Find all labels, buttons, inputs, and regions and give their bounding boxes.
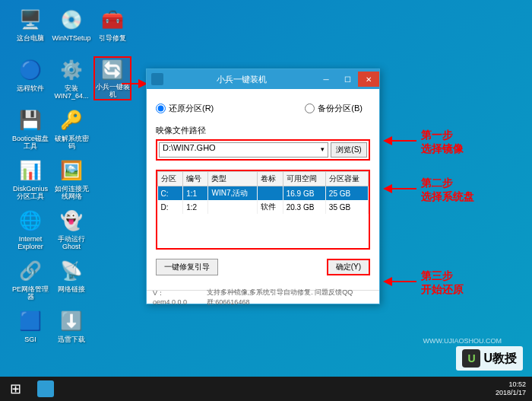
window-body: 还原分区(R) 备份分区(B) 映像文件路径 D:\WIN7.GHO ▾ 浏览(… xyxy=(147,89,379,283)
backup-radio-input[interactable] xyxy=(305,103,315,113)
tray-date: 2018/1/17 xyxy=(496,389,526,397)
ok-button[interactable]: 确定(Y) xyxy=(327,259,370,275)
maximize-button[interactable]: ☐ xyxy=(337,72,358,87)
desktop-icon-Bootice磁盘工具[interactable]: 💾Bootice磁盘工具 xyxy=(11,107,49,151)
desktop-icon-label: 手动运行Ghost xyxy=(52,236,90,251)
table-cell: 20.3 GB xyxy=(283,200,325,214)
desktop-icon-glyph: 🔵 xyxy=(17,56,44,84)
restore-radio[interactable]: 还原分区(R) xyxy=(156,103,214,114)
desktop-icon-SGI[interactable]: 🟦SGI xyxy=(11,307,49,352)
table-cell: 35 GB xyxy=(325,200,368,214)
desktop-icon-label: 安装WIN7_64... xyxy=(52,85,90,100)
table-cell: WIN7,活动 xyxy=(208,186,258,201)
desktop-icon-如何连接无线网络[interactable]: 🖼️如何连接无线网络 xyxy=(52,157,90,201)
window-controls: ─ ☐ ✕ xyxy=(315,72,379,87)
desktop-icon-label: 网络链接 xyxy=(58,286,85,294)
desktop-icon-glyph: 📡 xyxy=(58,257,85,285)
desktop-icon-手动运行Ghost[interactable]: 👻手动运行Ghost xyxy=(52,207,90,251)
action-button-row: 一键修复引导 确定(Y) xyxy=(156,259,370,275)
app-icon xyxy=(151,73,163,85)
desktop-icon-网络链接[interactable]: 📡网络链接 xyxy=(52,257,90,301)
table-cell: D: xyxy=(158,200,183,214)
table-cell: 16.9 GB xyxy=(283,186,325,201)
desktop-icon-label: 如何连接无线网络 xyxy=(52,186,90,201)
table-header[interactable]: 分区 xyxy=(158,172,183,186)
close-button[interactable]: ✕ xyxy=(358,72,379,87)
desktop-icon-label: WinNTSetup xyxy=(52,35,90,43)
desktop-icon-label: 这台电脑 xyxy=(17,35,44,43)
partition-table-wrap: 分区编号类型卷标可用空间分区容量 C:1:1WIN7,活动16.9 GB25 G… xyxy=(156,170,370,250)
browse-button[interactable]: 浏览(S) xyxy=(331,142,367,158)
restore-radio-input[interactable] xyxy=(156,103,166,113)
partition-table[interactable]: 分区编号类型卷标可用空间分区容量 C:1:1WIN7,活动16.9 GB25 G… xyxy=(157,171,369,214)
desktop-icon-迅雷下载[interactable]: ⬇️迅雷下载 xyxy=(52,307,90,352)
desktop-icon-远程软件[interactable]: 🔵远程软件 xyxy=(11,56,49,100)
desktop-icon-DiskGenius分区工具[interactable]: 📊DiskGenius分区工具 xyxy=(11,157,49,201)
table-header[interactable]: 可用空间 xyxy=(283,172,325,186)
desktop-icon-glyph: 🖥️ xyxy=(17,6,44,33)
desktop: 🖥️这台电脑💿WinNTSetup🧰引导修复🔵远程软件⚙️安装WIN7_64..… xyxy=(0,0,532,401)
table-header[interactable]: 类型 xyxy=(208,172,258,186)
desktop-icon-label: Bootice磁盘工具 xyxy=(11,135,49,151)
desktop-icon-glyph: 🟦 xyxy=(17,307,44,335)
desktop-icon-安装WIN7_64...[interactable]: ⚙️安装WIN7_64... xyxy=(52,56,90,100)
system-tray[interactable]: 10:52 2018/1/17 xyxy=(496,380,532,397)
step2-title: 第二步 xyxy=(421,176,474,189)
watermark-logo-icon: U xyxy=(462,349,480,368)
table-header[interactable]: 卷标 xyxy=(258,172,283,186)
desktop-icon-glyph: 👻 xyxy=(58,207,85,234)
status-bar: V：oem4.0.0.0 支持多种镜像,多系统引导自动修复. 问题反馈QQ群:6… xyxy=(147,290,379,304)
table-header[interactable]: 分区容量 xyxy=(325,172,368,186)
step2-desc: 选择系统盘 xyxy=(421,189,474,203)
desktop-icon-label: 远程软件 xyxy=(17,85,44,93)
desktop-icon-Internet Explorer[interactable]: 🌐Internet Explorer xyxy=(11,207,49,251)
table-header[interactable]: 编号 xyxy=(183,172,208,186)
chevron-down-icon: ▾ xyxy=(321,145,325,153)
repair-boot-button[interactable]: 一键修复引导 xyxy=(156,259,218,275)
window-titlebar[interactable]: 小兵一键装机 ─ ☐ ✕ xyxy=(147,69,379,89)
minimize-button[interactable]: ─ xyxy=(315,72,337,87)
table-cell xyxy=(258,186,283,201)
annotation-step2: 第二步 选择系统盘 xyxy=(421,176,474,203)
arrow-step1 xyxy=(380,133,418,148)
taskbar[interactable]: ⊞ 10:52 2018/1/17 xyxy=(0,377,532,401)
backup-radio-label: 备份分区(B) xyxy=(318,103,363,114)
image-path-value: D:\WIN7.GHO xyxy=(163,143,216,152)
installer-window: 小兵一键装机 ─ ☐ ✕ 还原分区(R) 备份分区(B) 映像文件路径 D:\W… xyxy=(146,68,380,304)
arrow-step3 xyxy=(380,274,418,289)
watermark-badge: U U教授 xyxy=(456,346,523,371)
desktop-icon-PE网络管理器[interactable]: 🔗PE网络管理器 xyxy=(11,257,49,301)
step1-desc: 选择镜像 xyxy=(421,142,464,155)
start-button[interactable]: ⊞ xyxy=(0,377,30,401)
watermark-url: WWW.UJIAOSHOU.COM xyxy=(423,337,502,345)
table-row[interactable]: D:1:2软件20.3 GB35 GB xyxy=(158,200,369,214)
desktop-icon-glyph: 📊 xyxy=(17,157,44,184)
annotation-step3: 第三步 开始还原 xyxy=(421,269,464,296)
desktop-icon-glyph: 🖼️ xyxy=(58,157,85,184)
desktop-icon-label: SGI xyxy=(24,336,36,344)
arrow-step2 xyxy=(380,181,418,196)
desktop-icon-label: DiskGenius分区工具 xyxy=(11,186,49,201)
desktop-icon-WinNTSetup[interactable]: 💿WinNTSetup xyxy=(52,6,90,50)
desktop-icon-label: 破解系统密码 xyxy=(52,135,90,151)
desktop-icon-引导修复[interactable]: 🧰引导修复 xyxy=(93,6,131,50)
desktop-icon-破解系统密码[interactable]: 🔑破解系统密码 xyxy=(52,107,90,151)
step3-title: 第三步 xyxy=(421,269,464,282)
desktop-icon-glyph: 💿 xyxy=(58,6,85,33)
taskbar-app-installer[interactable] xyxy=(30,377,61,401)
image-path-row: D:\WIN7.GHO ▾ 浏览(S) xyxy=(156,139,370,161)
desktop-icon-glyph: 🧰 xyxy=(99,6,126,33)
desktop-icon-label: 迅雷下载 xyxy=(58,336,85,344)
image-path-combobox[interactable]: D:\WIN7.GHO ▾ xyxy=(159,142,328,158)
desktop-icon-glyph: 🌐 xyxy=(17,207,44,234)
image-path-label: 映像文件路径 xyxy=(156,125,370,136)
restore-radio-label: 还原分区(R) xyxy=(169,103,214,114)
desktop-icon-label: 引导修复 xyxy=(99,35,126,43)
desktop-icon-这台电脑[interactable]: 🖥️这台电脑 xyxy=(11,6,49,50)
desktop-icon-glyph: 💾 xyxy=(17,107,44,134)
table-row[interactable]: C:1:1WIN7,活动16.9 GB25 GB xyxy=(158,186,369,201)
desktop-icon-glyph: 🔑 xyxy=(58,107,85,134)
status-version: V：oem4.0.0.0 xyxy=(153,288,193,306)
table-cell: C: xyxy=(158,186,183,201)
backup-radio[interactable]: 备份分区(B) xyxy=(305,103,363,114)
